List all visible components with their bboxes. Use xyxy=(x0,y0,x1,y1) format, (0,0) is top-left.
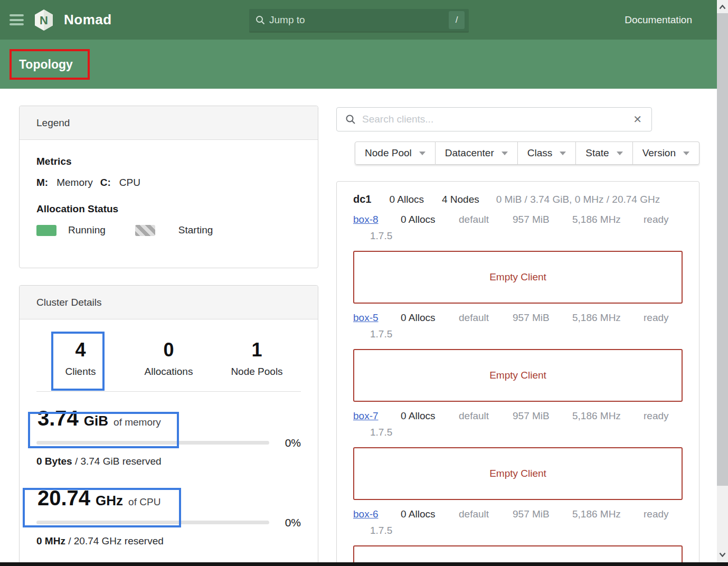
menu-icon[interactable] xyxy=(10,14,24,25)
node-cpu: 5,186 MHz xyxy=(572,508,644,520)
datacenter-aggregate: 0 MiB / 3.74 GiB, 0 MHz / 20.74 GHz xyxy=(496,194,660,205)
client-search-input[interactable] xyxy=(362,114,632,125)
page-title: Topology xyxy=(19,57,73,71)
jump-to-search[interactable]: Jump to / xyxy=(249,9,469,31)
empty-client-box[interactable]: Empty Client xyxy=(353,251,683,304)
node-pool: default xyxy=(459,312,513,324)
scroll-down-icon[interactable] xyxy=(717,550,728,559)
cluster-stats-row: 4 Clients 0 Allocations 1 Node Pools xyxy=(36,333,301,378)
metric-label-memory: Memory xyxy=(56,177,93,188)
cpu-progress-bar xyxy=(36,521,269,524)
navbar-left-group: N Nomad xyxy=(10,9,112,31)
legend-card-body: Metrics M: Memory C: CPU Allocation Stat… xyxy=(20,140,318,252)
node-allocs: 0 Allocs xyxy=(401,214,459,225)
node-memory: 957 MiB xyxy=(513,410,572,422)
memory-total-unit: GiB xyxy=(84,413,108,429)
filter-datacenter[interactable]: Datacenter xyxy=(436,142,518,165)
allocation-status-heading: Allocation Status xyxy=(36,203,301,215)
filter-version[interactable]: Version xyxy=(633,142,699,165)
search-icon xyxy=(345,114,356,125)
chevron-down-icon xyxy=(419,152,426,155)
node-allocs: 0 Allocs xyxy=(401,410,459,422)
page-header: Topology xyxy=(0,40,728,89)
datacenter-name: dc1 xyxy=(353,193,371,205)
filter-node-pool[interactable]: Node Pool xyxy=(355,142,436,165)
allocations-label: Allocations xyxy=(125,366,213,378)
node-state: ready xyxy=(644,214,669,225)
legend-card-header: Legend xyxy=(20,106,318,140)
node-link: box-7 xyxy=(353,410,401,422)
chevron-down-icon xyxy=(683,152,689,155)
node-pool: default xyxy=(459,214,513,225)
memory-headline: 3.74 GiB of memory xyxy=(36,407,301,430)
node-pools-label: Node Pools xyxy=(213,366,301,378)
legend-card: Legend Metrics M: Memory C: CPU Allocati… xyxy=(19,106,318,268)
allocations-count: 0 xyxy=(125,339,213,361)
empty-client-label: Empty Client xyxy=(489,370,546,381)
stats-divider xyxy=(36,391,301,392)
memory-suffix: of memory xyxy=(114,417,161,428)
clients-count: 4 xyxy=(36,339,125,361)
node-memory: 957 MiB xyxy=(513,312,572,324)
search-icon xyxy=(256,15,265,25)
node-state: ready xyxy=(644,312,669,324)
scrollbar-thumb[interactable] xyxy=(717,13,728,486)
client-search-box: ✕ xyxy=(336,107,652,131)
empty-client-box[interactable]: Empty Client xyxy=(353,349,683,402)
cpu-metric-block: 20.74 GHz of CPU 0% 0 MHz / 20.74 GHz re… xyxy=(36,486,301,547)
cpu-total-value: 20.74 xyxy=(37,486,90,510)
cpu-used: 0 MHz xyxy=(36,535,65,546)
metric-key-cpu: C: xyxy=(100,177,111,188)
window-bottom-edge xyxy=(0,562,728,566)
jump-to-placeholder: Jump to xyxy=(269,14,305,26)
client-filter-group: Node Pool Datacenter Class State Version xyxy=(355,142,699,165)
running-status-label: Running xyxy=(68,224,106,236)
node-version: 1.7.5 xyxy=(353,525,683,536)
chevron-down-icon xyxy=(617,152,623,155)
nomad-app-window: N Nomad Jump to / Documentation Topology… xyxy=(0,0,728,566)
node-version: 1.7.5 xyxy=(353,328,683,340)
memory-progress-bar xyxy=(36,441,269,445)
datacenter-summary-row: dc1 0 Allocs 4 Nodes 0 MiB / 3.74 GiB, 0… xyxy=(353,193,683,205)
main-content: Legend Metrics M: Memory C: CPU Allocati… xyxy=(0,89,717,562)
node-pool: default xyxy=(459,410,513,422)
metric-key-memory: M: xyxy=(36,177,48,188)
empty-client-label: Empty Client xyxy=(489,468,546,479)
vertical-scrollbar[interactable] xyxy=(717,0,728,562)
stat-clients: 4 Clients xyxy=(36,333,125,378)
cluster-details-card: Cluster Details 4 Clients 0 Allocations … xyxy=(19,285,318,562)
scroll-up-icon[interactable] xyxy=(717,2,728,12)
cpu-reserved-rest: / 20.74 GHz reserved xyxy=(68,535,164,546)
empty-client-label: Empty Client xyxy=(489,271,546,283)
node-allocs: 0 Allocs xyxy=(401,508,459,520)
metric-label-cpu: CPU xyxy=(119,177,140,188)
empty-client-box[interactable]: Empty Client xyxy=(353,545,683,562)
cpu-total-unit: GHz xyxy=(96,493,123,509)
cluster-card-body: 4 Clients 0 Allocations 1 Node Pools xyxy=(20,319,318,561)
clients-label: Clients xyxy=(36,366,125,378)
memory-reserved-rest: / 3.74 GiB reserved xyxy=(75,456,162,467)
node-link: box-6 xyxy=(353,508,401,520)
node-link: box-8 xyxy=(353,214,401,225)
memory-reserved-detail: 0 Bytes / 3.74 GiB reserved xyxy=(36,456,301,467)
memory-used: 0 Bytes xyxy=(36,456,72,467)
chevron-down-icon xyxy=(560,152,566,155)
stat-node-pools: 1 Node Pools xyxy=(213,333,301,378)
memory-total-value: 3.74 xyxy=(37,407,79,430)
cpu-headline: 20.74 GHz of CPU xyxy=(36,486,301,510)
brand-title[interactable]: Nomad xyxy=(64,12,112,28)
node-cpu: 5,186 MHz xyxy=(572,312,644,324)
metrics-legend-line: M: Memory C: CPU xyxy=(36,177,301,188)
node-allocs: 0 Allocs xyxy=(401,312,459,324)
filter-class[interactable]: Class xyxy=(518,142,576,165)
chevron-down-icon xyxy=(502,152,508,155)
slash-shortcut-badge: / xyxy=(449,11,465,29)
metrics-heading: Metrics xyxy=(36,156,301,167)
node-cpu: 5,186 MHz xyxy=(572,410,644,422)
memory-metric-block: 3.74 GiB of memory 0% 0 Bytes / 3.74 GiB xyxy=(36,407,301,467)
clear-search-icon[interactable]: ✕ xyxy=(632,113,643,126)
empty-client-box[interactable]: Empty Client xyxy=(353,447,683,500)
filter-state[interactable]: State xyxy=(576,142,632,165)
nomad-logo-icon[interactable]: N xyxy=(34,9,54,31)
documentation-link[interactable]: Documentation xyxy=(625,0,692,40)
